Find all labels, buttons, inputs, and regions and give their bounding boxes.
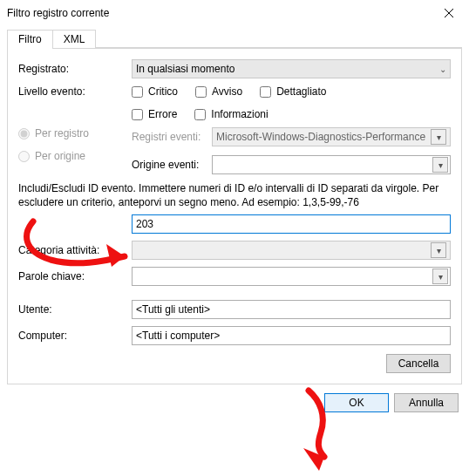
check-critico-box[interactable] [132,86,143,98]
tab-filtro-label: Filtro [18,33,42,45]
ok-label: OK [349,397,364,409]
check-critico[interactable]: Critico [132,85,178,98]
label-utente: Utente: [18,303,132,316]
close-icon [445,9,453,17]
filter-by-radios: Per registro Per origine [18,127,132,173]
check-errore[interactable]: Errore [132,108,177,120]
parole-drop-icon[interactable]: ▾ [432,269,448,284]
registri-eventi-combo: Microsoft-Windows-Diagnostics-Performanc… [212,127,451,146]
registri-eventi-value: Microsoft-Windows-Diagnostics-Performanc… [216,131,425,143]
window-title: Filtro registro corrente [7,7,109,19]
check-dettagliato-box[interactable] [260,86,271,98]
check-avviso-label: Avviso [212,85,242,98]
check-informazioni-label: Informazioni [211,108,268,120]
check-errore-box[interactable] [132,109,143,120]
tab-filtro[interactable]: Filtro [7,30,53,48]
annulla-button[interactable]: Annulla [394,393,459,412]
label-registri-eventi: Registri eventi: [132,131,212,143]
check-critico-label: Critico [148,85,178,98]
check-avviso-box[interactable] [195,86,207,98]
chevron-down-icon: ⌄ [439,65,446,74]
check-informazioni[interactable]: Informazioni [194,108,268,120]
utente-input[interactable] [132,300,451,319]
level-checks: Critico Avviso Dettagliato Errore Inform… [132,85,451,120]
origine-drop-icon[interactable]: ▾ [432,157,448,173]
check-dettagliato[interactable]: Dettagliato [260,85,326,98]
computer-input[interactable] [132,326,451,345]
label-registrato: Registrato: [18,63,132,75]
parole-chiave-combo[interactable]: ▾ [132,267,451,286]
radio-per-registro: Per registro [18,127,132,139]
categoria-drop-icon[interactable]: ▾ [431,242,446,258]
dialog-buttons: OK Annulla [0,384,469,419]
check-informazioni-box[interactable] [194,109,206,120]
tab-xml[interactable]: XML [52,30,97,48]
origine-eventi-combo[interactable]: ▾ [212,155,451,174]
svg-marker-3 [303,448,324,471]
event-id-input[interactable] [132,214,451,234]
radio-per-origine: Per origine [18,150,132,162]
radio-per-origine-label: Per origine [35,150,85,162]
label-origine-eventi: Origine eventi: [132,159,212,171]
registri-drop-icon: ▾ [431,129,446,145]
close-button[interactable] [429,0,469,26]
label-computer: Computer: [18,330,132,342]
radio-per-origine-input [18,151,30,162]
cancella-label: Cancella [398,357,439,370]
filter-panel: Registrato: In qualsiasi momento ⌄ Livel… [7,48,462,384]
tab-xml-label: XML [64,33,85,45]
check-errore-label: Errore [148,108,177,120]
check-avviso[interactable]: Avviso [195,85,242,98]
event-id-help: Includi/Escludi ID evento. Immettere num… [18,181,451,209]
radio-per-registro-label: Per registro [35,127,89,139]
label-categoria: Categoria attività: [18,244,132,256]
radio-per-registro-input [18,128,30,139]
ok-button[interactable]: OK [324,393,389,412]
cancella-button[interactable]: Cancella [386,354,451,373]
label-parole-chiave: Parole chiave: [18,270,132,282]
categoria-combo[interactable]: ▾ [132,241,451,260]
label-livello: Livello evento: [18,85,132,98]
registrato-select[interactable]: In qualsiasi momento ⌄ [132,59,451,78]
check-dettagliato-label: Dettagliato [276,85,326,98]
titlebar: Filtro registro corrente [0,0,469,26]
tabstrip: Filtro XML [0,26,469,48]
registrato-value: In qualsiasi momento [136,63,234,75]
annulla-label: Annulla [409,397,444,409]
